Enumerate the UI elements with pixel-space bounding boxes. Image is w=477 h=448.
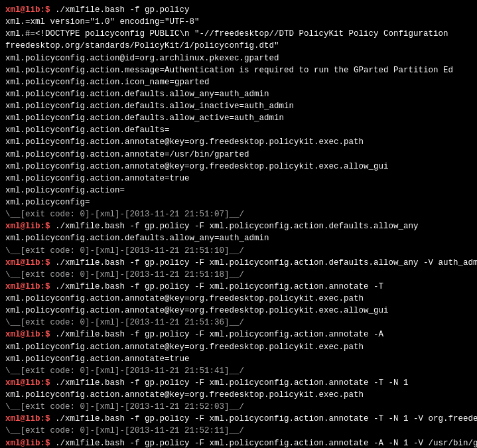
prompt: xml@lib:$ xyxy=(5,439,55,448)
terminal-line: \__[exit code: 0]-[xml]-[2013-11-21 21:5… xyxy=(5,425,472,437)
terminal-line: \__[exit code: 0]-[xml]-[2013-11-21 21:5… xyxy=(5,317,472,329)
terminal-line: xml@lib:$ ./xmlfile.bash -f gp.policy -F… xyxy=(5,437,472,449)
prompt: xml@lib:$ xyxy=(5,282,55,291)
terminal-line: xml.policyconfig.action.defaults.allow_i… xyxy=(5,100,472,112)
terminal-line: xml.policyconfig.action@id=org.archlinux… xyxy=(5,52,472,64)
prompt: xml@lib:$ xyxy=(5,222,55,231)
terminal-line: xml@lib:$ ./xmlfile.bash -f gp.policy xyxy=(5,4,472,16)
terminal-line: freedesktop.org/standards/PolicyKit/1/po… xyxy=(5,40,472,52)
terminal-line: \__[exit code: 0]-[xml]-[2013-11-21 21:5… xyxy=(5,401,472,413)
terminal-line: xml@lib:$ ./xmlfile.bash -f gp.policy -F… xyxy=(5,257,472,269)
command: ./xmlfile.bash -f gp.policy -F xml.polic… xyxy=(55,414,477,423)
terminal-line: xml@lib:$ ./xmlfile.bash -f gp.policy -F… xyxy=(5,220,472,232)
terminal: xml@lib:$ ./xmlfile.bash -f gp.policyxml… xyxy=(5,4,472,448)
terminal-line: xml.policyconfig.action.defaults.allow_a… xyxy=(5,112,472,124)
terminal-line: \__[exit code: 0]-[xml]-[2013-11-21 21:5… xyxy=(5,208,472,220)
terminal-line: xml.policyconfig.action.annotate@key=org… xyxy=(5,341,472,353)
prompt: xml@lib:$ xyxy=(5,258,55,267)
terminal-line: xml.policyconfig.action.annotate@key=org… xyxy=(5,389,472,401)
terminal-line: xml.policyconfig.action.annotate@key=org… xyxy=(5,136,472,148)
terminal-line: xml.=xml version="1.0" encoding="UTF-8" xyxy=(5,16,472,28)
command: ./xmlfile.bash -f gp.policy -F xml.polic… xyxy=(55,258,477,267)
prompt: xml@lib:$ xyxy=(5,414,55,423)
terminal-line: xml.policyconfig.action.message=Authenti… xyxy=(5,64,472,76)
terminal-line: xml@lib:$ ./xmlfile.bash -f gp.policy -F… xyxy=(5,329,472,340)
terminal-line: xml@lib:$ ./xmlfile.bash -f gp.policy -F… xyxy=(5,377,472,389)
terminal-line: xml.policyconfig.action.annotate=true xyxy=(5,353,472,365)
terminal-line: xml.policyconfig.action= xyxy=(5,185,472,196)
terminal-line: xml.policyconfig.action.defaults.allow_a… xyxy=(5,232,472,244)
terminal-line: xml.policyconfig= xyxy=(5,196,472,208)
terminal-line: xml.policyconfig.action.annotate=/usr/bi… xyxy=(5,149,472,161)
command: ./xmlfile.bash -f gp.policy -F xml.polic… xyxy=(55,378,409,388)
terminal-line: xml.policyconfig.action.defaults= xyxy=(5,124,472,136)
command: ./xmlfile.bash -f gp.policy -F xml.polic… xyxy=(55,222,419,231)
command: ./xmlfile.bash -f gp.policy xyxy=(55,5,190,15)
prompt: xml@lib:$ xyxy=(5,378,55,388)
prompt: xml@lib:$ xyxy=(5,5,55,15)
terminal-line: xml.policyconfig.action.annotate=true xyxy=(5,173,472,185)
command: ./xmlfile.bash -f gp.policy -F xml.polic… xyxy=(55,439,477,448)
terminal-line: \__[exit code: 0]-[xml]-[2013-11-21 21:5… xyxy=(5,245,472,257)
terminal-line: xml.policyconfig.action.icon_name=gparte… xyxy=(5,76,472,88)
terminal-line: \__[exit code: 0]-[xml]-[2013-11-21 21:5… xyxy=(5,365,472,377)
terminal-line: xml.policyconfig.action.annotate@key=org… xyxy=(5,161,472,173)
prompt: xml@lib:$ xyxy=(5,330,55,339)
terminal-line: xml.#=<!DOCTYPE policyconfig PUBLIC\n "-… xyxy=(5,28,472,40)
command: ./xmlfile.bash -f gp.policy -F xml.polic… xyxy=(55,282,383,291)
terminal-line: \__[exit code: 0]-[xml]-[2013-11-21 21:5… xyxy=(5,269,472,281)
terminal-line: xml.policyconfig.action.defaults.allow_a… xyxy=(5,88,472,100)
command: ./xmlfile.bash -f gp.policy -F xml.polic… xyxy=(55,330,383,339)
terminal-line: xml@lib:$ ./xmlfile.bash -f gp.policy -F… xyxy=(5,413,472,425)
terminal-line: xml.policyconfig.action.annotate@key=org… xyxy=(5,293,472,305)
terminal-line: xml@lib:$ ./xmlfile.bash -f gp.policy -F… xyxy=(5,281,472,293)
terminal-line: xml.policyconfig.action.annotate@key=org… xyxy=(5,305,472,317)
